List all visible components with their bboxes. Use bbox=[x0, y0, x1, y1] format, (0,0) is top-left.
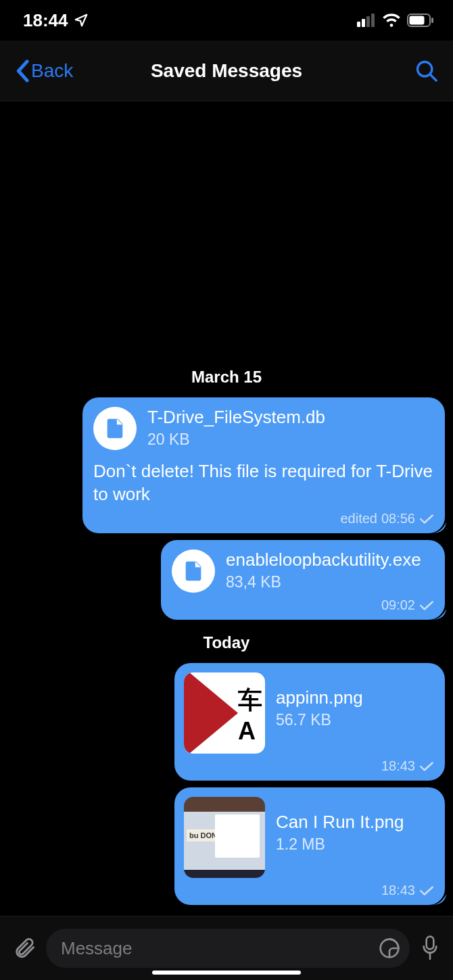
svg-rect-2 bbox=[366, 16, 370, 27]
check-icon bbox=[419, 600, 434, 611]
file-icon bbox=[93, 407, 137, 450]
sticker-icon bbox=[379, 937, 400, 959]
file-name: Can I Run It.png bbox=[276, 812, 404, 833]
svg-rect-0 bbox=[357, 22, 360, 27]
svg-rect-3 bbox=[371, 14, 375, 27]
file-name: appinn.png bbox=[276, 687, 363, 708]
check-icon bbox=[419, 761, 434, 772]
back-label: Back bbox=[31, 60, 73, 82]
svg-rect-5 bbox=[410, 16, 425, 25]
file-size: 1.2 MB bbox=[276, 835, 404, 854]
home-indicator[interactable] bbox=[152, 971, 301, 975]
message-bubble[interactable]: appinn.png 56.7 KB 18:43 bbox=[174, 663, 445, 781]
date-separator: Today bbox=[204, 627, 250, 656]
svg-line-8 bbox=[431, 74, 437, 80]
check-icon bbox=[419, 885, 434, 896]
svg-rect-10 bbox=[427, 937, 434, 950]
wifi-icon bbox=[383, 14, 400, 27]
location-icon bbox=[74, 13, 89, 28]
sticker-button[interactable] bbox=[379, 937, 400, 959]
message-bubble[interactable]: enableloopbackutility.exe 83,4 KB 09:02 bbox=[161, 540, 445, 620]
file-name: enableloopbackutility.exe bbox=[226, 549, 421, 570]
message-time: 18:43 bbox=[381, 883, 415, 898]
message-time: 09:02 bbox=[381, 597, 415, 613]
status-bar: 18:44 bbox=[0, 0, 453, 41]
message-bubble[interactable]: T-Drive_FileSystem.db 20 KB Don`t delete… bbox=[82, 397, 445, 533]
nav-bar: Back Saved Messages bbox=[0, 41, 453, 101]
battery-icon bbox=[407, 14, 434, 27]
message-time: 18:43 bbox=[381, 758, 415, 774]
message-bubble[interactable]: Can I Run It.png 1.2 MB 18:43 bbox=[174, 787, 445, 905]
message-input[interactable] bbox=[61, 938, 372, 959]
microphone-icon bbox=[419, 935, 441, 962]
date-separator: March 15 bbox=[191, 361, 262, 391]
attach-button[interactable] bbox=[12, 936, 37, 960]
paperclip-icon bbox=[12, 936, 37, 960]
back-button[interactable]: Back bbox=[15, 59, 73, 82]
svg-rect-6 bbox=[431, 18, 433, 23]
file-size: 83,4 KB bbox=[226, 573, 421, 591]
message-input-container bbox=[46, 929, 410, 968]
mic-button[interactable] bbox=[419, 935, 441, 962]
chevron-left-icon bbox=[15, 59, 30, 82]
search-button[interactable] bbox=[415, 59, 438, 82]
image-thumbnail[interactable] bbox=[184, 672, 265, 754]
message-text: Don`t delete! This file is required for … bbox=[93, 460, 434, 506]
check-icon bbox=[419, 514, 434, 524]
message-time: 08:56 bbox=[381, 511, 415, 526]
svg-rect-1 bbox=[362, 19, 365, 27]
image-thumbnail[interactable] bbox=[184, 797, 265, 878]
status-time: 18:44 bbox=[23, 10, 68, 31]
search-icon bbox=[415, 59, 438, 82]
cellular-icon bbox=[357, 14, 376, 27]
file-icon bbox=[172, 549, 215, 593]
chat-scroll[interactable]: March 15 T-Drive_FileSystem.db 20 KB Don… bbox=[0, 101, 453, 916]
edited-label: edited bbox=[340, 511, 377, 526]
file-name: T-Drive_FileSystem.db bbox=[147, 407, 325, 428]
file-size: 56.7 KB bbox=[276, 711, 363, 729]
file-size: 20 KB bbox=[147, 431, 325, 449]
